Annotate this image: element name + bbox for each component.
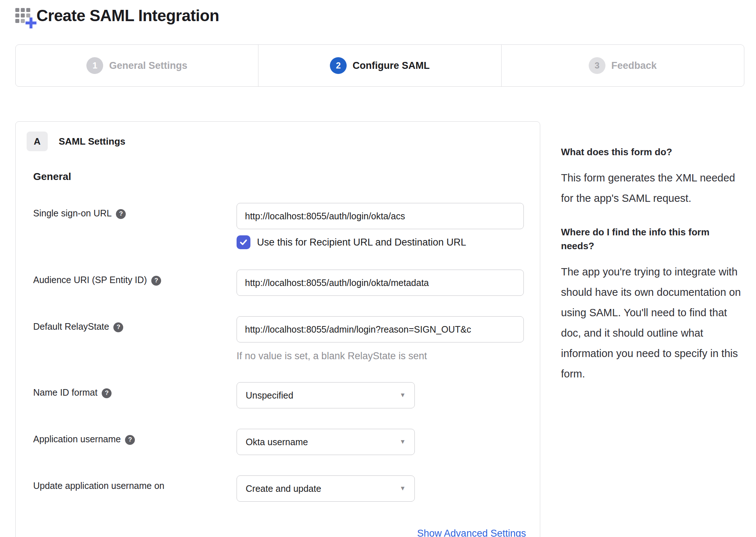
- relay-state-label: Default RelayState: [33, 321, 109, 332]
- application-username-label: Application username: [33, 434, 121, 444]
- sidebar-text-what: This form generates the XML needed for t…: [561, 168, 745, 208]
- help-sidebar: What does this form do? This form genera…: [561, 145, 745, 401]
- plus-icon: [26, 17, 36, 28]
- form-row-name-id-format: Name ID format? Unspecified ▼: [27, 382, 529, 408]
- name-id-format-select[interactable]: Unspecified ▼: [237, 382, 415, 408]
- wizard-step-general-settings[interactable]: 1 General Settings: [16, 45, 258, 86]
- recipient-url-checkbox-row: Use this for Recipient URL and Destinati…: [237, 235, 529, 249]
- checkmark-icon: [239, 238, 248, 247]
- section-header: A SAML Settings: [27, 132, 529, 151]
- form-row-application-username: Application username? Okta username ▼: [27, 429, 529, 455]
- wizard-step-configure-saml[interactable]: 2 Configure SAML: [258, 45, 501, 86]
- sidebar-text-where: The app you're trying to integrate with …: [561, 262, 745, 384]
- wizard-step-feedback[interactable]: 3 Feedback: [502, 45, 744, 86]
- step-label: Configure SAML: [352, 60, 429, 71]
- form-row-sso-url: Single sign-on URL? Use this for Recipie…: [27, 203, 529, 249]
- audience-uri-label: Audience URI (SP Entity ID): [33, 275, 147, 285]
- recipient-url-checkbox[interactable]: [237, 235, 250, 249]
- section-a-badge: A: [27, 132, 48, 151]
- update-app-username-select[interactable]: Create and update ▼: [237, 475, 415, 502]
- step-number-badge: 2: [330, 57, 347, 74]
- step-label: General Settings: [109, 60, 187, 71]
- help-icon[interactable]: ?: [102, 388, 112, 398]
- chevron-down-icon: ▼: [400, 392, 406, 399]
- name-id-format-value: Unspecified: [246, 390, 293, 401]
- audience-uri-input[interactable]: [237, 270, 524, 296]
- help-icon[interactable]: ?: [151, 276, 161, 286]
- update-app-username-label: Update application username on: [33, 481, 164, 491]
- sso-url-label: Single sign-on URL: [33, 208, 112, 218]
- chevron-down-icon: ▼: [400, 485, 406, 492]
- general-group-title: General: [33, 171, 529, 183]
- relay-state-hint: If no value is set, a blank RelayState i…: [237, 350, 529, 362]
- section-title: SAML Settings: [59, 136, 125, 147]
- form-row-audience-uri: Audience URI (SP Entity ID)?: [27, 270, 529, 296]
- help-icon[interactable]: ?: [113, 322, 123, 332]
- step-number-badge: 1: [86, 57, 103, 74]
- sidebar-heading-what: What does this form do?: [561, 145, 745, 159]
- help-icon[interactable]: ?: [116, 209, 126, 219]
- step-number-badge: 3: [589, 57, 605, 74]
- page-title: Create SAML Integration: [36, 7, 219, 25]
- chevron-down-icon: ▼: [400, 438, 406, 446]
- sso-url-input[interactable]: [237, 203, 524, 229]
- sidebar-heading-where: Where do I find the info this form needs…: [561, 225, 745, 253]
- recipient-url-checkbox-label: Use this for Recipient URL and Destinati…: [257, 237, 466, 248]
- relay-state-input[interactable]: [237, 316, 524, 342]
- update-app-username-value: Create and update: [246, 483, 321, 494]
- application-username-select[interactable]: Okta username ▼: [237, 429, 415, 455]
- application-username-value: Okta username: [246, 437, 308, 447]
- name-id-format-label: Name ID format: [33, 387, 97, 397]
- grid-plus-icon: [15, 7, 34, 25]
- form-row-relay-state: Default RelayState? If no value is set, …: [27, 316, 529, 362]
- page-header: Create SAML Integration: [15, 7, 219, 25]
- help-icon[interactable]: ?: [125, 435, 135, 445]
- step-wizard: 1 General Settings 2 Configure SAML 3 Fe…: [15, 44, 744, 87]
- form-row-update-app-username: Update application username on Create an…: [27, 475, 529, 502]
- step-label: Feedback: [611, 60, 657, 71]
- saml-settings-panel: A SAML Settings General Single sign-on U…: [15, 121, 540, 537]
- show-advanced-settings-link[interactable]: Show Advanced Settings: [417, 528, 526, 537]
